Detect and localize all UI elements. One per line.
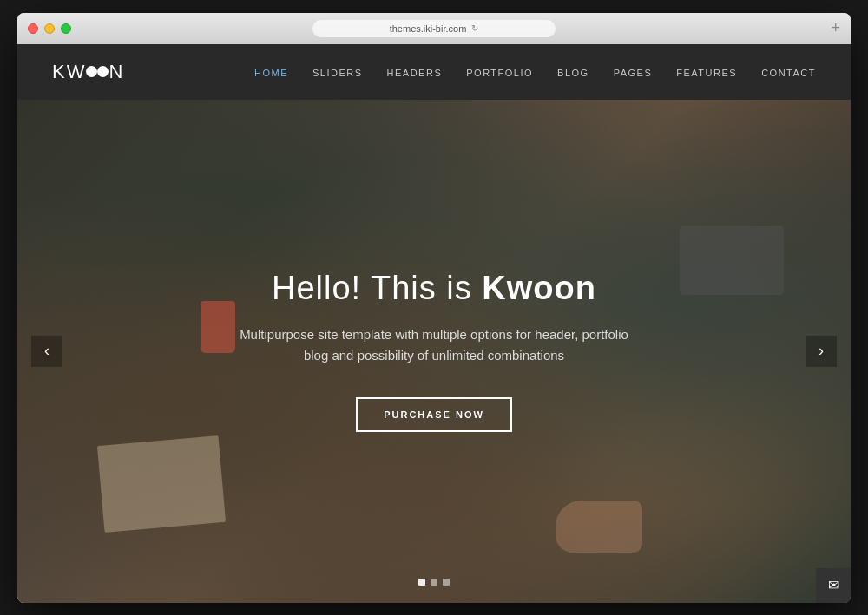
chevron-right-icon: › (819, 342, 824, 360)
website: KWN HOME SLIDERS HEADERS PORTFOLIO BLOG … (17, 44, 851, 603)
slider-next-button[interactable]: › (806, 336, 837, 367)
nav-item-contact[interactable]: CONTACT (761, 68, 816, 78)
logo-circle-2 (97, 66, 108, 77)
deco-laptop (680, 226, 784, 295)
nav-item-blog[interactable]: BLOG (557, 68, 589, 78)
logo-circle-1 (86, 66, 97, 77)
slider-prev-button[interactable]: ‹ (31, 336, 62, 367)
hero-title-bold: Kwoon (482, 270, 596, 306)
title-bar: themes.iki-bir.com ↻ + (17, 13, 851, 44)
traffic-lights (28, 23, 71, 34)
nav-item-home[interactable]: HOME (254, 68, 288, 78)
slider-dot-1[interactable] (418, 579, 425, 586)
nav-item-portfolio[interactable]: PORTFOLIO (466, 68, 533, 78)
nav-item-features[interactable]: FEATURES (676, 68, 737, 78)
chevron-left-icon: ‹ (44, 342, 49, 360)
hero-content: Hello! This is Kwoon Multipurpose site t… (222, 270, 646, 432)
navigation: KWN HOME SLIDERS HEADERS PORTFOLIO BLOG … (17, 44, 851, 100)
nav-item-headers[interactable]: HEADERS (387, 68, 443, 78)
url-text: themes.iki-bir.com (390, 23, 467, 34)
refresh-icon[interactable]: ↻ (471, 23, 478, 33)
deco-notebook (97, 435, 226, 533)
nav-links: HOME SLIDERS HEADERS PORTFOLIO BLOG PAGE… (254, 64, 816, 80)
hero-subtitle: Multipurpose site template with multiple… (240, 324, 628, 366)
mail-icon: ✉ (828, 577, 839, 593)
slider-dot-3[interactable] (443, 579, 450, 586)
minimize-button[interactable] (44, 23, 55, 34)
mail-button[interactable]: ✉ (816, 568, 851, 603)
slider-dots (418, 579, 450, 586)
mac-window: themes.iki-bir.com ↻ + KWN HOME SLIDERS … (17, 13, 851, 603)
logo[interactable]: KWN (52, 61, 124, 83)
url-bar[interactable]: themes.iki-bir.com ↻ (312, 20, 556, 37)
close-button[interactable] (28, 23, 38, 34)
maximize-button[interactable] (61, 23, 71, 34)
hero-title-normal: Hello! This is (272, 270, 482, 306)
hero-title: Hello! This is Kwoon (240, 270, 628, 307)
slider-dot-2[interactable] (431, 579, 437, 586)
new-tab-button[interactable]: + (831, 19, 840, 37)
nav-item-sliders[interactable]: SLIDERS (312, 68, 363, 78)
browser-content: KWN HOME SLIDERS HEADERS PORTFOLIO BLOG … (17, 44, 851, 603)
nav-item-pages[interactable]: PAGES (614, 68, 653, 78)
deco-hand (556, 501, 642, 553)
hero-section: ‹ Hello! This is Kwoon Multipurpose site… (17, 100, 851, 603)
purchase-button[interactable]: PURCHASE NOW (356, 397, 512, 432)
